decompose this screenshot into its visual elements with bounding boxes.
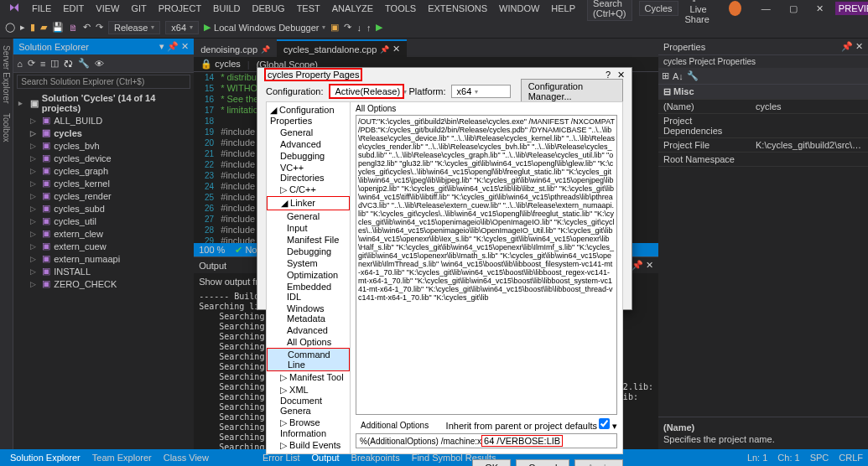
- tree-linker-cmdline[interactable]: Command Line: [267, 348, 350, 371]
- prop-value[interactable]: K:\cycles_git\build2\src\app\cycles.vcxp…: [751, 138, 868, 153]
- pin-icon[interactable]: 📌: [632, 260, 643, 270]
- all-options-text[interactable]: /OUT:"K:\cycles_git\build2\bin\Release\c…: [356, 115, 617, 415]
- tab-cycles-standalone[interactable]: cycles_standalone.cpp📌✕: [277, 39, 407, 57]
- tool-icon[interactable]: ▣: [330, 22, 339, 33]
- nav-fwd-icon[interactable]: ▸: [20, 22, 25, 33]
- close-icon[interactable]: ✕: [811, 2, 829, 16]
- pin-icon[interactable]: 📌: [841, 41, 853, 51]
- prop-value[interactable]: cycles: [751, 100, 868, 114]
- property-tree[interactable]: ◢ Configuration Properties General Advan…: [267, 102, 351, 453]
- project-cycles_render[interactable]: ▷▣cycles_render: [13, 189, 194, 202]
- undo-icon[interactable]: ↶: [83, 22, 91, 33]
- solution-config-input[interactable]: Cycles: [639, 1, 678, 16]
- menu-view[interactable]: VIEW: [91, 2, 124, 15]
- platform-combo[interactable]: x64▾: [451, 85, 511, 98]
- menu-test[interactable]: TEST: [292, 2, 325, 15]
- project-cycles_subd[interactable]: ▷▣cycles_subd: [13, 202, 194, 215]
- tree-linker-optimization[interactable]: Optimization: [267, 269, 350, 281]
- prop-value[interactable]: [751, 153, 868, 167]
- additional-options-input[interactable]: %(AdditionalOptions) /machine:x64 /VERBO…: [356, 433, 617, 448]
- ok-button[interactable]: OK: [472, 459, 511, 466]
- home-icon[interactable]: ⌂: [17, 59, 23, 69]
- categorize-icon[interactable]: ⊞: [662, 70, 669, 81]
- project-cycles_util[interactable]: ▷▣cycles_util: [13, 215, 194, 227]
- tree-build-events[interactable]: ▷ Build Events: [267, 439, 350, 452]
- dropdown-icon[interactable]: ▾: [159, 41, 164, 51]
- inherit-checkbox[interactable]: [599, 418, 610, 429]
- menu-git[interactable]: GIT: [126, 2, 151, 15]
- config-combo[interactable]: Active(Release)▾: [329, 84, 404, 99]
- pin-icon[interactable]: 📌: [261, 45, 270, 54]
- tab-denoising[interactable]: denoising.cpp📌: [194, 41, 277, 57]
- tree-advanced[interactable]: Advanced: [267, 138, 350, 150]
- menu-extensions[interactable]: EXTENSIONS: [423, 2, 492, 15]
- config-combo[interactable]: Release▾: [108, 21, 160, 34]
- cancel-button[interactable]: Cancel: [516, 459, 569, 466]
- project-cycles_bvh[interactable]: ▷▣cycles_bvh: [13, 139, 194, 152]
- step-out-icon[interactable]: ↑: [366, 23, 372, 33]
- config-manager-button[interactable]: Configuration Manager...: [521, 79, 623, 104]
- nav-back-icon[interactable]: ◯: [5, 22, 15, 33]
- tree-manifest-tool[interactable]: ▷ Manifest Tool: [267, 371, 350, 384]
- tree-linker-winmd[interactable]: Windows Metadata: [267, 303, 350, 324]
- open-icon[interactable]: ▰: [40, 22, 47, 33]
- alpha-icon[interactable]: A↓: [673, 71, 683, 81]
- maximize-icon[interactable]: ▢: [784, 2, 803, 16]
- preview-icon[interactable]: 👁: [95, 59, 104, 69]
- solution-search[interactable]: Search Solution Explorer (Ctrl+$): [17, 75, 190, 89]
- tab-team-explorer[interactable]: Team Explorer: [87, 451, 157, 464]
- close-tab-icon[interactable]: ✕: [392, 44, 400, 54]
- solution-root[interactable]: ▸▣Solution 'Cycles' (14 of 14 projects): [13, 92, 194, 114]
- tree-vcdirs[interactable]: VC++ Directories: [267, 162, 350, 184]
- refresh-icon[interactable]: 🗘: [64, 59, 73, 69]
- menu-tools[interactable]: TOOLS: [380, 2, 421, 15]
- tab-class-view[interactable]: Class View: [159, 451, 214, 464]
- edit-icon[interactable]: ▾: [612, 421, 617, 431]
- tree-linker-advanced[interactable]: Advanced: [267, 324, 350, 336]
- project-zero_check[interactable]: ▷▣ZERO_CHECK: [13, 277, 194, 290]
- project-cycles_device[interactable]: ▷▣cycles_device: [13, 152, 194, 164]
- menu-edit[interactable]: EDIT: [58, 2, 89, 15]
- project-all_build[interactable]: ▷▣ALL_BUILD: [13, 114, 194, 127]
- tab-solution-explorer[interactable]: Solution Explorer: [5, 451, 86, 464]
- tree-config-props[interactable]: ◢ Configuration Properties: [267, 104, 350, 127]
- minimize-icon[interactable]: —: [756, 2, 776, 16]
- platform-combo[interactable]: x64▾: [165, 21, 199, 34]
- prop-value[interactable]: [751, 114, 868, 138]
- project-cycles_graph[interactable]: ▷▣cycles_graph: [13, 164, 194, 177]
- pin-icon[interactable]: 📌: [167, 41, 179, 51]
- tree-cpp[interactable]: ▷ C/C++: [267, 184, 350, 196]
- tree-debugging[interactable]: Debugging: [267, 150, 350, 162]
- tree-general[interactable]: General: [267, 127, 350, 138]
- wrench-icon[interactable]: 🔧: [687, 70, 699, 81]
- tree-linker[interactable]: ◢ Linker: [267, 196, 350, 210]
- menu-help[interactable]: HELP: [546, 2, 580, 15]
- collapse-icon[interactable]: ≡: [40, 59, 45, 69]
- menu-file[interactable]: FILE: [27, 2, 56, 15]
- menu-analyze[interactable]: ANALYZE: [327, 2, 378, 15]
- apply-button[interactable]: Apply: [574, 459, 623, 466]
- search-input[interactable]: Search (Ctrl+Q): [587, 0, 632, 21]
- liveshare-button[interactable]: ⇪ Live Share: [680, 0, 723, 26]
- save-all-icon[interactable]: 🗎: [69, 23, 78, 33]
- show-all-icon[interactable]: ◫: [50, 58, 59, 69]
- project-extern_numaapi[interactable]: ▷▣extern_numaapi: [13, 252, 194, 265]
- close-panel-icon[interactable]: ✕: [181, 41, 189, 51]
- nav-project[interactable]: 🔒 cycles: [200, 59, 241, 70]
- close-icon[interactable]: ✕: [646, 260, 653, 270]
- menu-debug[interactable]: DEBUG: [247, 2, 290, 15]
- tree-linker-debugging[interactable]: Debugging: [267, 246, 350, 257]
- tree-browse-info[interactable]: ▷ Browse Information: [267, 417, 350, 439]
- project-extern_clew[interactable]: ▷▣extern_clew: [13, 227, 194, 240]
- step-into-icon[interactable]: ↓: [356, 23, 361, 33]
- tree-linker-input[interactable]: Input: [267, 222, 350, 234]
- tree-linker-idl[interactable]: Embedded IDL: [267, 281, 350, 303]
- server-explorer-tab[interactable]: Server Explorer: [0, 42, 13, 106]
- new-icon[interactable]: ▮: [30, 22, 35, 33]
- tree-linker-allopts[interactable]: All Options: [267, 336, 350, 348]
- run-icon[interactable]: ▶: [376, 22, 382, 33]
- project-install[interactable]: ▷▣INSTALL: [13, 265, 194, 277]
- redo-icon[interactable]: ↷: [96, 22, 103, 33]
- avatar[interactable]: [729, 1, 741, 16]
- menu-window[interactable]: WINDOW: [494, 2, 544, 15]
